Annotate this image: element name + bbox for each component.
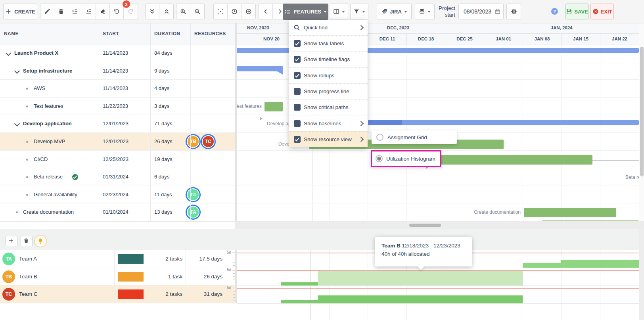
assignee-avatar[interactable]: TB (187, 135, 199, 148)
scroll-left-button[interactable] (259, 4, 273, 19)
assignee-avatar[interactable]: TA (187, 188, 199, 201)
resource-column-divider (114, 250, 115, 303)
create-button[interactable]: CREATE (3, 4, 37, 19)
jira-sync-button[interactable]: JIRA (377, 4, 412, 19)
utilization-bar[interactable] (281, 282, 318, 286)
utilization-bar[interactable] (318, 271, 523, 286)
checkbox-unchecked-icon[interactable] (294, 104, 301, 111)
settings-button[interactable] (506, 4, 521, 19)
expand-all-button[interactable] (146, 4, 159, 19)
resource-row[interactable]: TATeam A2 tasks17.5 days5d (0, 250, 235, 268)
save-button[interactable]: SAVE (565, 4, 588, 19)
menu-item-show-critical-paths[interactable]: Show critical paths (289, 99, 368, 115)
filter-button[interactable] (350, 4, 368, 19)
capacity-tick (232, 288, 235, 288)
zoom-in-button[interactable] (176, 4, 190, 19)
task-row[interactable]: General availability02/23/202411 daysTA (0, 186, 235, 204)
edit-button[interactable] (40, 4, 54, 19)
histogram-row-divider (237, 286, 639, 286)
test-features-bar[interactable] (264, 102, 283, 111)
indent-button[interactable] (68, 4, 82, 19)
undo-icon (113, 8, 120, 15)
add-resource-button[interactable] (6, 236, 17, 246)
row-gridline (237, 203, 639, 203)
delete-button[interactable] (54, 4, 68, 19)
menu-item-show-progress-line[interactable]: Show progress line (289, 83, 368, 99)
menu-item-show-resource-view[interactable]: Show resource view (289, 131, 368, 147)
resource-row[interactable]: TCTeam C2 tasks31 days5d (0, 286, 235, 303)
resource-days: 17.5 days (199, 256, 222, 262)
resource-color-swatch[interactable] (118, 289, 144, 299)
collapse-chevron-icon[interactable] (14, 68, 20, 74)
features-menu-button[interactable]: FEATURES (283, 4, 328, 20)
collapse-chevron-icon[interactable] (14, 121, 20, 126)
columns-button[interactable] (330, 4, 348, 19)
task-duration: 19 days (154, 156, 172, 162)
redo-icon (128, 8, 134, 15)
checkbox-unchecked-icon[interactable] (294, 120, 301, 127)
fit-to-screen-button[interactable] (214, 4, 228, 19)
checkbox-checked-icon[interactable] (294, 72, 301, 79)
utilization-bar[interactable] (561, 260, 639, 268)
column-header-resources: RESOURCES (194, 23, 226, 44)
assignee-avatar[interactable]: TC (202, 135, 215, 148)
undo-button[interactable] (110, 4, 124, 19)
submenu-option-utilization-histogram[interactable]: Utilization Histogram (371, 150, 441, 167)
menu-item-show-task-labels[interactable]: Show task labels (289, 35, 368, 51)
menu-item-show-rollups[interactable]: Show rollups (289, 67, 368, 83)
task-row[interactable]: Develop MVP12/01/202326 daysTBTC (0, 133, 235, 151)
radio-unselected-icon[interactable] (376, 134, 383, 141)
checkbox-unchecked-icon[interactable] (294, 88, 301, 95)
task-row[interactable]: Beta release01/31/20246 days (0, 168, 235, 186)
zoom-out-button[interactable] (190, 4, 204, 19)
column-divider (99, 23, 99, 221)
collapse-all-button[interactable] (159, 4, 173, 19)
task-start-date: 11/14/2023 (103, 68, 128, 74)
menu-item-show-baselines[interactable]: Show baselines (289, 115, 368, 131)
exit-button[interactable]: EXIT (590, 4, 614, 19)
task-row[interactable]: AWS11/14/20234 days (0, 80, 235, 98)
menu-item-show-timeline-flags[interactable]: Show timeline flags (289, 51, 368, 67)
develop-application-bar[interactable] (368, 120, 639, 125)
task-name: Develop application (23, 121, 72, 126)
setup-infrastructure-bar[interactable] (237, 66, 283, 71)
checkbox-checked-icon[interactable] (294, 136, 301, 143)
outdent-button[interactable] (82, 4, 96, 19)
vertical-scrollbar-thumb[interactable] (640, 47, 644, 176)
assignee-avatar[interactable]: TA (187, 206, 199, 218)
resource-avatar: TA (2, 253, 15, 265)
horizontal-scrollbar-thumb[interactable] (409, 224, 441, 227)
submenu-option-assignment-grid[interactable]: Assignment Grid (372, 130, 457, 144)
ci-cd-bar[interactable] (430, 155, 592, 165)
collapse-chevron-icon[interactable] (6, 50, 11, 56)
utilization-bar[interactable] (318, 295, 523, 303)
resource-name: Team A (19, 256, 37, 262)
time-range-button[interactable] (228, 4, 242, 19)
go-to-task-button[interactable] (242, 4, 255, 19)
filter-icon (353, 8, 360, 15)
utilization-bar[interactable] (281, 300, 318, 303)
task-row[interactable]: Launch Product X11/14/202384 days (0, 44, 235, 62)
trash-icon (23, 238, 30, 244)
utilization-bar[interactable] (523, 263, 561, 268)
menu-item-quick-find[interactable]: Quick find (289, 20, 368, 35)
checkbox-checked-icon[interactable] (294, 40, 301, 47)
task-row[interactable]: Create documentation01/10/202413 daysTA (0, 203, 235, 221)
task-row[interactable]: Develop application12/01/202371 days (0, 115, 235, 133)
radio-selected-icon[interactable] (376, 155, 383, 162)
resource-color-swatch[interactable] (118, 254, 144, 264)
task-row[interactable]: Test features11/22/20233 days (0, 98, 235, 115)
project-start-date-input[interactable]: 08/08/2023 (458, 4, 504, 19)
task-row[interactable]: Setup infrastructure11/14/20239 days (0, 62, 235, 80)
hint-bulb-button[interactable] (34, 235, 47, 247)
resource-row[interactable]: TBTeam B1 task26 days5d (0, 268, 235, 286)
resource-color-swatch[interactable] (118, 272, 144, 282)
clear-button[interactable] (96, 4, 110, 19)
task-row[interactable]: CI/CD12/25/202319 days (0, 151, 235, 169)
create-documentation-bar[interactable] (524, 208, 616, 217)
bottom-right-gutter (639, 229, 644, 320)
help-icon[interactable]: ? (551, 8, 558, 15)
resource-task-count: 1 task (168, 274, 182, 280)
delete-resource-button[interactable] (21, 236, 33, 246)
checkbox-checked-icon[interactable] (294, 56, 301, 63)
